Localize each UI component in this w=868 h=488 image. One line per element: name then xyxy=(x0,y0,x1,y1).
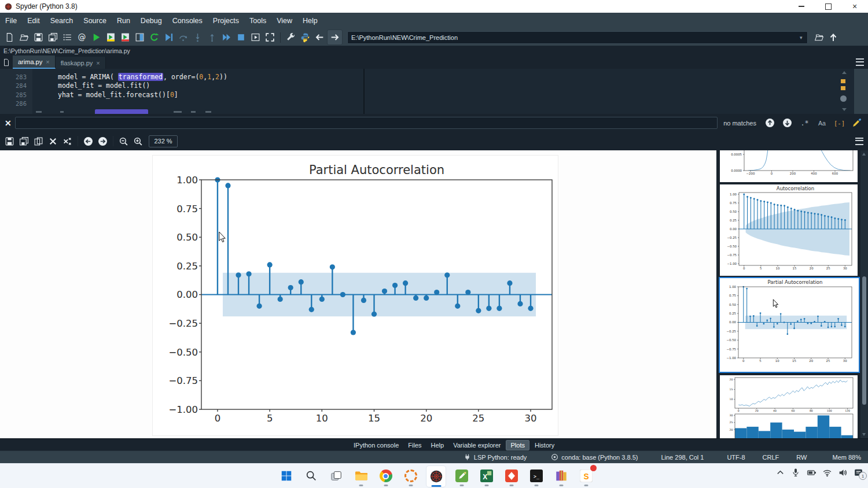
tab-plots[interactable]: Plots xyxy=(506,440,529,450)
rerun-cell-icon[interactable] xyxy=(118,30,133,45)
green-editor-button[interactable] xyxy=(452,465,471,486)
zoom-level[interactable]: 232 % xyxy=(149,135,178,147)
menu-source[interactable]: Source xyxy=(78,17,112,25)
menu-projects[interactable]: Projects xyxy=(208,17,244,25)
tab-arima-py[interactable]: arima.py × xyxy=(13,56,56,69)
browse-tabs-icon[interactable] xyxy=(0,56,13,69)
browse-directory-icon[interactable] xyxy=(812,30,826,45)
file-explorer-button[interactable] xyxy=(351,465,370,486)
zoom-in-icon[interactable] xyxy=(131,134,145,149)
close-find-icon[interactable]: ✕ xyxy=(5,119,15,128)
thumbnail-autocorrelation[interactable]: 1.000.750.500.250.00−0.25−0.50−0.75−1.00… xyxy=(720,184,858,276)
menu-file[interactable]: File xyxy=(0,17,22,25)
red-diamond-app-button[interactable] xyxy=(502,465,521,486)
menu-search[interactable]: Search xyxy=(45,17,79,25)
remove-plot-icon[interactable] xyxy=(46,134,60,149)
symbol-finder-icon[interactable]: @ xyxy=(75,30,89,45)
task-view-button[interactable] xyxy=(326,465,345,486)
plots-scrollbar[interactable] xyxy=(860,150,868,438)
minimize-button[interactable] xyxy=(788,0,815,13)
restore-button[interactable] xyxy=(815,0,841,13)
save-all-plots-icon[interactable] xyxy=(17,134,31,149)
thumbnail-partial-autocorrelation-selected[interactable]: 1.000.750.500.250.00−0.25−0.50−0.75−1.00… xyxy=(719,277,860,373)
tab-help[interactable]: Help xyxy=(427,441,448,450)
code-line[interactable]: 285yhat = model_fit.forecast()[0] xyxy=(0,90,822,99)
anaconda-button[interactable] xyxy=(401,465,420,486)
step-into-icon[interactable] xyxy=(190,30,205,45)
scroll-up-icon[interactable] xyxy=(842,71,847,74)
restart-kernel-icon[interactable] xyxy=(147,30,161,45)
find-next-icon[interactable] xyxy=(782,117,793,128)
open-file-icon[interactable] xyxy=(17,30,31,45)
regex-icon[interactable]: .* xyxy=(799,117,810,128)
tab-ipython-console[interactable]: IPython console xyxy=(350,441,403,450)
close-tab-icon[interactable]: × xyxy=(96,60,100,66)
chevron-up-icon[interactable] xyxy=(775,467,785,478)
python-env-icon[interactable] xyxy=(298,30,312,45)
tab-files[interactable]: Files xyxy=(404,441,425,450)
new-file-icon[interactable] xyxy=(2,30,17,45)
run-file-icon[interactable] xyxy=(89,30,104,45)
debug-file-icon[interactable] xyxy=(161,30,176,45)
find-previous-icon[interactable] xyxy=(764,117,775,128)
maximize-pane-icon[interactable] xyxy=(263,30,277,45)
highlight-icon[interactable] xyxy=(851,117,862,128)
menu-help[interactable]: Help xyxy=(297,17,323,25)
excel-button[interactable]: X xyxy=(477,465,496,486)
menu-debug[interactable]: Debug xyxy=(135,17,167,25)
zoom-out-icon[interactable] xyxy=(116,134,131,149)
save-icon[interactable] xyxy=(31,30,46,45)
step-over-icon[interactable] xyxy=(176,30,190,45)
run-external-icon[interactable] xyxy=(248,30,263,45)
notifications-icon[interactable]: 1 xyxy=(853,467,863,478)
file-switcher-icon[interactable] xyxy=(60,30,75,45)
chrome-button[interactable] xyxy=(376,465,395,486)
code-editor[interactable]: 283model = ARIMA( transformed, order=(0,… xyxy=(0,69,868,114)
next-plot-icon[interactable] xyxy=(95,134,110,149)
speaker-icon[interactable] xyxy=(837,467,848,478)
spyder-button[interactable] xyxy=(426,465,446,487)
tab-flaskapp-py[interactable]: flaskapp.py × xyxy=(56,57,106,69)
close-button[interactable]: × xyxy=(841,0,868,13)
sublime-text-button[interactable]: S xyxy=(576,465,595,486)
plot-canvas[interactable]: 1.000.750.500.250.00−0.25−0.50−0.75−1.00… xyxy=(0,150,716,438)
run-selection-icon[interactable] xyxy=(133,30,147,45)
menu-run[interactable]: Run xyxy=(112,17,135,25)
scrollbar-thumb[interactable] xyxy=(862,276,866,405)
menu-tools[interactable]: Tools xyxy=(244,17,271,25)
wifi-icon[interactable] xyxy=(822,467,832,478)
case-sensitive-icon[interactable]: Aa xyxy=(816,117,827,128)
tab-variable-explorer[interactable]: Variable explorer xyxy=(449,441,505,450)
menu-edit[interactable]: Edit xyxy=(22,17,45,25)
menu-consoles[interactable]: Consoles xyxy=(167,17,208,25)
thumbnail-density-plot[interactable]: 0.00200.00150.00100.00050.0000−200020040… xyxy=(720,150,858,182)
menu-view[interactable]: View xyxy=(271,17,297,25)
winrar-button[interactable] xyxy=(551,465,571,486)
preferences-icon[interactable] xyxy=(284,30,298,45)
run-cell-icon[interactable] xyxy=(104,30,118,45)
back-icon[interactable] xyxy=(312,30,327,45)
step-out-icon[interactable] xyxy=(205,30,219,45)
close-tab-icon[interactable]: × xyxy=(46,58,49,65)
save-all-icon[interactable] xyxy=(46,30,60,45)
plots-options-icon[interactable] xyxy=(855,138,863,145)
forward-icon[interactable] xyxy=(327,29,343,45)
save-plot-icon[interactable] xyxy=(2,134,17,149)
code-line[interactable]: 284model_fit = model.fit() xyxy=(0,82,822,91)
terminal-button[interactable]: >_ xyxy=(527,465,546,486)
working-directory-input[interactable] xyxy=(347,31,808,44)
remove-all-plots-icon[interactable] xyxy=(60,134,75,149)
scroll-up-icon[interactable] xyxy=(862,153,866,156)
microphone-icon[interactable] xyxy=(790,467,801,478)
code-line[interactable]: 283model = ARIMA( transformed, order=(0,… xyxy=(0,72,822,82)
parent-directory-icon[interactable] xyxy=(826,30,841,45)
code-line[interactable]: 286 xyxy=(0,99,822,109)
start-button[interactable] xyxy=(277,465,296,486)
whole-words-icon[interactable]: [-] xyxy=(834,117,845,128)
copy-plot-icon[interactable] xyxy=(31,134,46,149)
editor-splitter[interactable] xyxy=(363,69,365,114)
battery-icon[interactable] xyxy=(806,467,816,478)
scroll-down-icon[interactable] xyxy=(862,433,866,436)
search-button[interactable] xyxy=(301,465,321,486)
scrollbar-thumb[interactable] xyxy=(840,95,847,102)
